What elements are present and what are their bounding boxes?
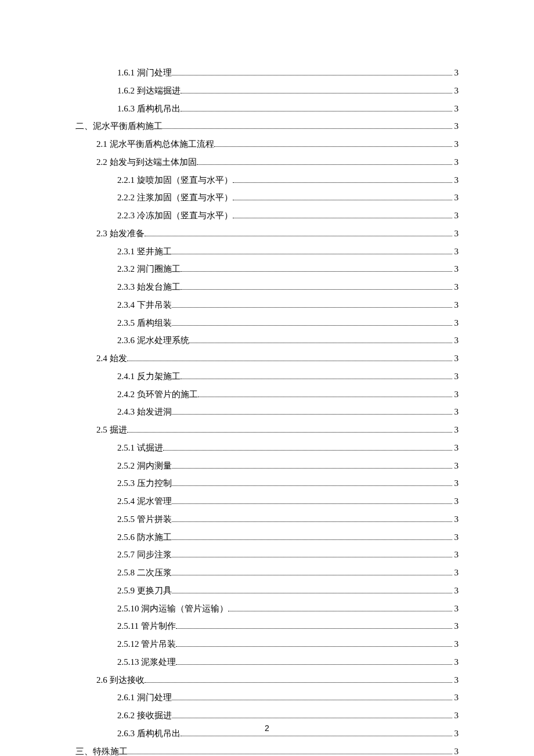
- toc-entry: 2.5.3 压力控制3: [75, 474, 459, 492]
- toc-label: 2.1 泥水平衡盾构总体施工流程: [96, 135, 214, 153]
- toc-entry: 2.3.5 盾构组装3: [75, 314, 459, 332]
- toc-leader: [145, 230, 452, 236]
- toc-label: 2.5 掘进: [96, 421, 127, 439]
- toc-leader: [176, 641, 452, 647]
- toc-page-number: 3: [453, 260, 459, 278]
- toc-label: 2.5.8 二次压浆: [117, 564, 172, 582]
- toc-entry: 2.5.7 同步注浆3: [75, 546, 459, 564]
- toc-label: 二、泥水平衡盾构施工: [75, 117, 163, 135]
- toc-leader: [163, 444, 452, 451]
- toc-leader: [145, 676, 452, 683]
- toc-leader: [172, 480, 452, 487]
- toc-entry: 2.3 始发准备3: [75, 225, 459, 243]
- toc-entry: 2.5.13 泥浆处理3: [75, 653, 459, 671]
- toc-entry: 2.5.2 洞内测量3: [75, 457, 459, 475]
- toc-entry: 1.6.3 盾构机吊出3: [75, 100, 459, 118]
- toc-leader: [189, 337, 452, 344]
- toc-label: 2.5.10 洞内运输（管片运输）: [117, 600, 228, 618]
- toc-page-number: 3: [453, 153, 459, 171]
- toc-page-number: 3: [453, 207, 459, 225]
- toc-entry: 2.3.2 洞门圈施工3: [75, 260, 459, 278]
- toc-leader: [172, 409, 452, 415]
- toc-leader: [172, 712, 452, 719]
- toc-entry: 2.4.1 反力架施工3: [75, 368, 459, 386]
- toc-page-number: 3: [453, 386, 459, 404]
- toc-entry: 1.6.1 洞门处理3: [75, 64, 459, 82]
- toc-leader: [181, 373, 452, 379]
- toc-label: 2.6 到达接收: [96, 671, 145, 689]
- toc-page-number: 3: [453, 243, 459, 261]
- toc-page-number: 3: [453, 510, 459, 528]
- toc-label: 2.5.1 试掘进: [117, 439, 163, 457]
- toc-entry: 2.2 始发与到达端土体加固3: [75, 153, 459, 171]
- toc-leader: [233, 195, 452, 201]
- toc-label: 2.5.11 管片制作: [117, 617, 176, 635]
- toc-entry: 2.3.6 泥水处理系统3: [75, 332, 459, 350]
- toc-page-number: 3: [453, 707, 459, 725]
- toc-leader: [172, 516, 452, 522]
- toc-page-number: 3: [453, 278, 459, 296]
- toc-entry: 三、特殊施工3: [75, 743, 459, 757]
- page-number: 2: [0, 723, 534, 733]
- toc-page-number: 3: [453, 82, 459, 100]
- toc-page-number: 3: [453, 582, 459, 600]
- toc-label: 2.2.1 旋喷加固（竖直与水平）: [117, 171, 233, 189]
- toc-page-number: 3: [453, 492, 459, 510]
- toc-page-number: 3: [453, 225, 459, 243]
- toc-label: 2.4.1 反力架施工: [117, 368, 181, 386]
- toc-page-number: 3: [453, 439, 459, 457]
- toc-entry: 2.3.3 始发台施工3: [75, 278, 459, 296]
- toc-label: 1.6.3 盾构机吊出: [117, 100, 181, 118]
- toc-label: 2.6.1 洞门处理: [117, 689, 172, 707]
- toc-label: 1.6.1 洞门处理: [117, 64, 172, 82]
- toc-label: 2.2.3 冷冻加固（竖直与水平）: [117, 207, 233, 225]
- toc-label: 2.6.2 接收掘进: [117, 707, 172, 725]
- toc-page-number: 3: [453, 117, 459, 135]
- toc-page-number: 3: [453, 135, 459, 153]
- toc-leader: [172, 70, 452, 76]
- toc-leader: [214, 141, 452, 147]
- toc-leader: [172, 694, 452, 701]
- toc-page-number: 3: [453, 189, 459, 207]
- toc-leader: [172, 319, 452, 326]
- toc-page-number: 3: [453, 743, 459, 757]
- toc-entry: 2.6.2 接收掘进3: [75, 707, 459, 725]
- toc-label: 2.5.4 泥水管理: [117, 492, 172, 510]
- toc-leader: [176, 623, 452, 629]
- toc-entry: 2.5.4 泥水管理3: [75, 492, 459, 510]
- toc-page-number: 3: [453, 528, 459, 546]
- toc-label: 2.3.4 下井吊装: [117, 296, 172, 314]
- toc-entry: 2.1 泥水平衡盾构总体施工流程3: [75, 135, 459, 153]
- toc-leader: [233, 213, 452, 219]
- toc-leader: [181, 284, 452, 290]
- toc-entry: 2.3.1 竖井施工3: [75, 243, 459, 261]
- toc-label: 2.3.6 泥水处理系统: [117, 332, 189, 350]
- toc-page-number: 3: [453, 564, 459, 582]
- toc-page-number: 3: [453, 653, 459, 671]
- toc-page-number: 3: [453, 332, 459, 350]
- toc-leader: [127, 355, 452, 362]
- toc-label: 2.2 始发与到达端土体加固: [96, 153, 197, 171]
- toc-entry: 1.6.2 到达端掘进3: [75, 82, 459, 100]
- toc-leader: [228, 605, 452, 611]
- toc-leader: [163, 123, 452, 129]
- toc-leader: [176, 658, 452, 665]
- toc-label: 2.5.13 泥浆处理: [117, 653, 176, 671]
- toc-page-number: 3: [453, 689, 459, 707]
- toc-leader: [172, 462, 452, 469]
- toc-page-number: 3: [453, 671, 459, 689]
- toc-leader: [127, 427, 452, 433]
- toc-page-number: 3: [453, 421, 459, 439]
- toc-entry: 2.5.5 管片拼装3: [75, 510, 459, 528]
- toc-leader: [172, 301, 452, 308]
- toc-label: 2.5.2 洞内测量: [117, 457, 172, 475]
- toc-label: 2.5.9 更换刀具: [117, 582, 172, 600]
- toc-page-number: 3: [453, 457, 459, 475]
- toc-entry: 2.4.2 负环管片的施工3: [75, 386, 459, 404]
- toc-label: 三、特殊施工: [75, 743, 128, 757]
- toc-entry: 2.5.8 二次压浆3: [75, 564, 459, 582]
- toc-label: 1.6.2 到达端掘进: [117, 82, 181, 100]
- toc-label: 2.5.12 管片吊装: [117, 635, 176, 653]
- toc-entry: 2.2.2 注浆加固（竖直与水平）3: [75, 189, 459, 207]
- toc-leader: [128, 748, 452, 754]
